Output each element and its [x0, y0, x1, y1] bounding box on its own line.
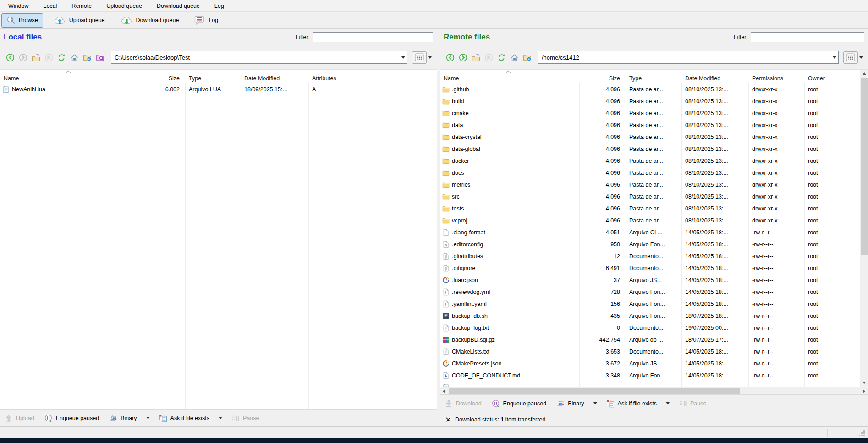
local-nav-back-button[interactable]	[4, 51, 16, 64]
file-row[interactable]: backupBD.sql.gz442.754Arquivo do ...18/0…	[440, 334, 860, 346]
local-nav-home-button[interactable]	[68, 51, 81, 64]
file-row[interactable]: .yamllint.yaml156Arquivo Fon...14/05/202…	[440, 298, 860, 310]
column-header-type[interactable]: Type	[185, 70, 241, 83]
remote-path-input[interactable]	[538, 51, 830, 63]
remote-pause-button[interactable]: Pause	[679, 399, 706, 408]
remote-binary-dropdown[interactable]	[593, 402, 597, 404]
file-row[interactable]: NewAnihi.lua6.002Arquivo LUA18/09/2025 1…	[0, 83, 437, 95]
close-status-icon[interactable]	[445, 417, 451, 422]
local-binary-button[interactable]: 101Binary	[109, 414, 137, 422]
toolbar-button-log[interactable]: Log	[189, 13, 223, 28]
remote-ask-if-file-exists-dropdown[interactable]	[666, 402, 670, 404]
file-row[interactable]	[440, 382, 860, 387]
file-owner: root	[804, 107, 860, 119]
file-owner: root	[804, 250, 860, 262]
menu-item-local[interactable]: Local	[36, 0, 64, 11]
triangle-up-icon	[863, 72, 866, 75]
column-header-date-modified[interactable]: Date Modified	[241, 70, 308, 83]
file-row[interactable]: data-global4.096Pasta de ar...08/10/2025…	[440, 143, 860, 155]
toolbar-button-browse[interactable]: Browse	[1, 13, 43, 28]
file-row[interactable]: data4.096Pasta de ar...08/10/2025 13:...…	[440, 119, 860, 131]
remote-vertical-scrollbar[interactable]	[860, 70, 868, 387]
remote-nav-home-button[interactable]	[508, 51, 521, 64]
local-nav-folder-new-button[interactable]	[81, 51, 93, 64]
horizontal-scroll-thumb[interactable]	[449, 388, 740, 394]
column-header-permissions[interactable]: Permissions	[748, 70, 804, 83]
remote-download-button[interactable]: Download	[445, 399, 482, 408]
column-header-type[interactable]: Type	[626, 70, 681, 83]
remote-nav-folder-open-button[interactable]	[469, 51, 482, 64]
remote-view-dropdown-button[interactable]	[858, 51, 864, 64]
local-nav-folder-find-button[interactable]	[93, 51, 106, 64]
local-path-input[interactable]	[111, 51, 399, 63]
local-ask-if-file-exists-dropdown[interactable]	[219, 417, 222, 419]
remote-ask-if-file-exists-button[interactable]: Ask if file exists	[606, 399, 657, 408]
remote-view-columns-button[interactable]	[843, 51, 858, 64]
file-row[interactable]: .luarc.json37Arquivo JS...14/05/2025 18:…	[440, 274, 860, 286]
remote-filter-input[interactable]	[751, 32, 864, 42]
file-row[interactable]: cmake4.096Pasta de ar...08/10/2025 13:..…	[440, 107, 860, 119]
file-row[interactable]: docker4.096Pasta de ar...08/10/2025 13:.…	[440, 155, 860, 167]
file-row[interactable]: build4.096Pasta de ar...08/10/2025 13:..…	[440, 95, 860, 107]
remote-nav-folder-new-button[interactable]	[521, 51, 533, 64]
file-row[interactable]: .clang-format4.051Arquivo CL...14/05/202…	[440, 227, 860, 238]
column-header-date-modified[interactable]: Date Modified	[681, 70, 748, 83]
askexists-icon	[159, 414, 167, 422]
local-ask-if-file-exists-button[interactable]: Ask if file exists	[159, 414, 209, 422]
remote-path-dropdown-button[interactable]	[830, 51, 838, 63]
remote-nav-forward-button[interactable]	[456, 51, 469, 64]
file-row[interactable]: tests4.096Pasta de ar...08/10/2025 13:..…	[440, 203, 860, 215]
local-filter-input[interactable]	[313, 32, 433, 42]
file-row[interactable]: src4.096Pasta de ar...08/10/2025 13:...d…	[440, 191, 860, 203]
local-pause-button[interactable]: Pause	[231, 414, 259, 422]
file-row[interactable]: .github4.096Pasta de ar...08/10/2025 13:…	[440, 83, 860, 95]
resize-grip[interactable]	[858, 430, 865, 436]
column-header-attributes[interactable]: Attributes	[308, 70, 363, 83]
local-view-dropdown-button[interactable]	[427, 51, 433, 64]
panel-splitter[interactable]	[437, 29, 440, 426]
local-path-dropdown-button[interactable]	[399, 51, 407, 63]
local-view-columns-button[interactable]	[412, 51, 427, 64]
column-header-size[interactable]: Size	[579, 70, 626, 83]
column-header-size[interactable]: Size	[132, 70, 185, 83]
local-nav-forward-button[interactable]	[16, 51, 29, 64]
remote-nav-refresh-button[interactable]	[495, 51, 508, 64]
file-row[interactable]: CODE_OF_CONDUCT.md3.348Arquivo Fon...14/…	[440, 370, 860, 382]
menu-item-window[interactable]: Window	[1, 0, 36, 11]
scroll-up-button[interactable]	[860, 70, 868, 78]
menu-item-download-queue[interactable]: Download queue	[149, 0, 207, 11]
local-nav-refresh-button[interactable]	[55, 51, 68, 64]
toolbar-button-download-queue[interactable]: Download queue	[115, 13, 184, 28]
file-row[interactable]: .editorconfig950Arquivo Fon...14/05/2025…	[440, 238, 860, 250]
remote-nav-stop-button[interactable]	[482, 51, 495, 64]
toolbar-button-upload-queue[interactable]: Upload queue	[49, 13, 110, 28]
remote-binary-button[interactable]: 101Binary	[556, 399, 584, 408]
local-binary-dropdown[interactable]	[146, 417, 150, 419]
remote-enqueue-paused-button[interactable]: Enqueue paused	[492, 399, 547, 408]
menu-item-remote[interactable]: Remote	[64, 0, 99, 11]
file-row[interactable]: data-crystal4.096Pasta de ar...08/10/202…	[440, 131, 860, 143]
local-nav-stop-button[interactable]	[42, 51, 55, 64]
file-row[interactable]: CMakePresets.json3.672Arquivo JS...14/05…	[440, 358, 860, 370]
column-header-owner[interactable]: Owner	[804, 70, 860, 83]
file-row[interactable]: vcproj4.096Pasta de ar...08/10/2025 13:.…	[440, 215, 860, 227]
local-enqueue-paused-button[interactable]: Enqueue paused	[44, 414, 99, 422]
scroll-right-button[interactable]	[860, 387, 868, 395]
local-nav-folder-open-button[interactable]	[29, 51, 42, 64]
file-row[interactable]: metrics4.096Pasta de ar...08/10/2025 13:…	[440, 179, 860, 191]
remote-horizontal-scrollbar[interactable]	[440, 387, 868, 394]
file-row[interactable]: .gitignore6.491Documento...14/05/2025 18…	[440, 262, 860, 274]
scroll-down-button[interactable]	[860, 379, 868, 387]
file-row[interactable]: docs4.096Pasta de ar...08/10/2025 13:...…	[440, 167, 860, 179]
file-row[interactable]: backup_log.txt0Documento...19/07/2025 00…	[440, 322, 860, 334]
vertical-scroll-thumb[interactable]	[861, 78, 868, 255]
file-row[interactable]: .gitattributes12Documento...14/05/2025 1…	[440, 250, 860, 262]
file-row[interactable]: CMakeLists.txt3.653Documento...14/05/202…	[440, 346, 860, 358]
menu-item-upload-queue[interactable]: Upload queue	[99, 0, 149, 11]
scroll-left-button[interactable]	[440, 387, 448, 395]
file-row[interactable]: backup_db.sh435Arquivo Fon...18/07/2025 …	[440, 310, 860, 322]
menu-item-log[interactable]: Log	[207, 0, 231, 11]
file-row[interactable]: .reviewdog.yml728Arquivo Fon...14/05/202…	[440, 286, 860, 298]
local-upload-button[interactable]: Upload	[5, 414, 34, 422]
remote-nav-back-button[interactable]	[444, 51, 456, 64]
